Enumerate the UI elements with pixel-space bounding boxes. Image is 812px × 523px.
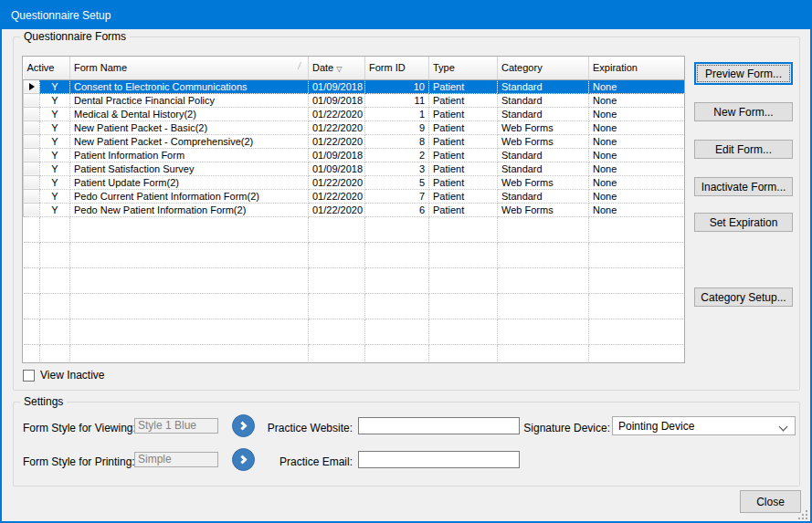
column-header-form-id[interactable]: Form ID	[365, 57, 429, 79]
cell-category: Standard	[498, 148, 589, 162]
cell-form-id: 7	[365, 189, 429, 203]
column-header-category[interactable]: Category	[498, 57, 589, 79]
cell-form-name: New Patient Packet - Basic(2)	[70, 120, 309, 134]
cell-expiration: None	[589, 203, 685, 216]
inactivate-form-button[interactable]: Inactivate Form...	[694, 177, 793, 196]
cell-category: Web Forms	[498, 120, 589, 134]
cell-form-name: Patient Information Form	[70, 148, 309, 162]
resize-grip-icon[interactable]	[796, 508, 807, 519]
row-selector-cell	[24, 175, 40, 189]
new-form-button[interactable]: New Form...	[694, 102, 793, 121]
row-selector-cell	[24, 107, 40, 120]
cell-date: 01/22/2020	[309, 134, 365, 148]
table-row[interactable]: Y Dental Practice Financial Policy 01/09…	[24, 93, 685, 107]
preview-form-button[interactable]: Preview Form...	[694, 62, 793, 85]
window-title: Questionnaire Setup	[11, 9, 111, 22]
row-selector-arrow-icon	[29, 83, 35, 90]
column-header-active[interactable]: Active	[24, 57, 70, 79]
cell-form-name: Pedo New Patient Information Form(2)	[70, 203, 309, 216]
titlebar[interactable]: Questionnaire Setup	[2, 2, 810, 29]
row-selector-cell	[24, 203, 40, 216]
empty-table-row	[24, 216, 685, 242]
form-style-printing-label: Form Style for Printing:	[23, 455, 132, 468]
category-setup-button[interactable]: Category Setup...	[694, 288, 793, 307]
cell-form-id: 6	[365, 203, 429, 216]
empty-table-row	[24, 267, 685, 293]
cell-active: Y	[40, 107, 70, 120]
cell-active: Y	[40, 79, 70, 93]
edit-form-button[interactable]: Edit Form...	[694, 140, 793, 159]
cell-category: Standard	[498, 189, 589, 203]
cell-type: Patient	[429, 148, 498, 162]
cell-expiration: None	[589, 162, 685, 175]
cell-category: Web Forms	[498, 134, 589, 148]
table-row[interactable]: Y Patient Information Form 01/09/2018 2 …	[24, 148, 685, 162]
row-selector-cell	[24, 162, 40, 175]
cell-type: Patient	[429, 120, 498, 134]
cell-date: 01/22/2020	[309, 175, 365, 189]
cell-active: Y	[40, 93, 70, 107]
cell-expiration: None	[589, 175, 685, 189]
cell-expiration: None	[589, 120, 685, 134]
cell-active: Y	[40, 148, 70, 162]
empty-table-row	[24, 344, 685, 363]
cell-date: 01/22/2020	[309, 203, 365, 216]
settings-group: Settings Form Style for Viewing: Style 1…	[13, 402, 800, 486]
questionnaire-setup-dialog: Questionnaire Setup Questionnaire Forms …	[0, 0, 812, 523]
signature-device-label: Signature Device:	[521, 422, 610, 434]
sort-icon: /	[298, 61, 301, 71]
cell-type: Patient	[429, 189, 498, 203]
column-header-type[interactable]: Type	[429, 57, 498, 79]
table-row[interactable]: Y Medical & Dental History(2) 01/22/2020…	[24, 107, 685, 120]
sort-descending-icon: ▽	[336, 65, 342, 73]
cell-category: Standard	[498, 162, 589, 175]
cell-active: Y	[40, 175, 70, 189]
cell-form-name: Dental Practice Financial Policy	[70, 93, 309, 107]
row-selector-cell	[24, 93, 40, 107]
table-row[interactable]: Y Pedo Current Patient Information Form(…	[24, 189, 685, 203]
cell-type: Patient	[429, 107, 498, 120]
table-row[interactable]: Y Patient Satisfaction Survey 01/09/2018…	[24, 162, 685, 175]
cell-category: Web Forms	[498, 175, 589, 189]
table-row[interactable]: Y New Patient Packet - Comprehensive(2) …	[24, 134, 685, 148]
cell-form-id: 5	[365, 175, 429, 189]
cell-expiration: None	[589, 93, 685, 107]
form-style-viewing-go-button[interactable]	[232, 414, 255, 437]
cell-date: 01/09/2018	[309, 162, 365, 175]
table-row[interactable]: Y New Patient Packet - Basic(2) 01/22/20…	[24, 120, 685, 134]
set-expiration-button[interactable]: Set Expiration	[694, 213, 793, 232]
cell-date: 01/09/2018	[309, 148, 365, 162]
view-inactive-row: View Inactive	[23, 369, 104, 382]
row-selector-cell	[24, 134, 40, 148]
close-button[interactable]: Close	[740, 490, 801, 513]
cell-form-name: New Patient Packet - Comprehensive(2)	[70, 134, 309, 148]
column-header-date[interactable]: Date▽	[309, 57, 365, 79]
go-arrow-icon	[237, 422, 247, 431]
cell-form-id: 1	[365, 107, 429, 120]
empty-table-row	[24, 293, 685, 319]
cell-form-name: Medical & Dental History(2)	[70, 107, 309, 120]
practice-website-input[interactable]	[358, 417, 520, 434]
cell-expiration: None	[589, 189, 685, 203]
cell-type: Patient	[429, 93, 498, 107]
table-row[interactable]: Y Patient Update Form(2) 01/22/2020 5 Pa…	[24, 175, 685, 189]
cell-expiration: None	[589, 79, 685, 93]
cell-expiration: None	[589, 148, 685, 162]
cell-form-name: Consent to Electronic Communications	[70, 79, 309, 93]
cell-date: 01/09/2018	[309, 79, 365, 93]
cell-expiration: None	[589, 107, 685, 120]
cell-type: Patient	[429, 134, 498, 148]
signature-device-select[interactable]: Pointing Device	[612, 416, 796, 435]
practice-email-label: Practice Email:	[261, 455, 353, 468]
form-style-printing-go-button[interactable]	[232, 448, 255, 471]
table-row[interactable]: Y Pedo New Patient Information Form(2) 0…	[24, 203, 685, 216]
cell-active: Y	[40, 162, 70, 175]
cell-form-id: 10	[365, 79, 429, 93]
view-inactive-checkbox[interactable]	[23, 370, 35, 382]
table-row[interactable]: Y Consent to Electronic Communications 0…	[24, 79, 685, 93]
form-style-viewing-label: Form Style for Viewing:	[23, 422, 132, 434]
column-header-expiration[interactable]: Expiration	[589, 57, 685, 79]
column-header-form-name[interactable]: Form Name /	[70, 57, 309, 79]
cell-expiration: None	[589, 134, 685, 148]
practice-email-input[interactable]	[358, 451, 520, 468]
